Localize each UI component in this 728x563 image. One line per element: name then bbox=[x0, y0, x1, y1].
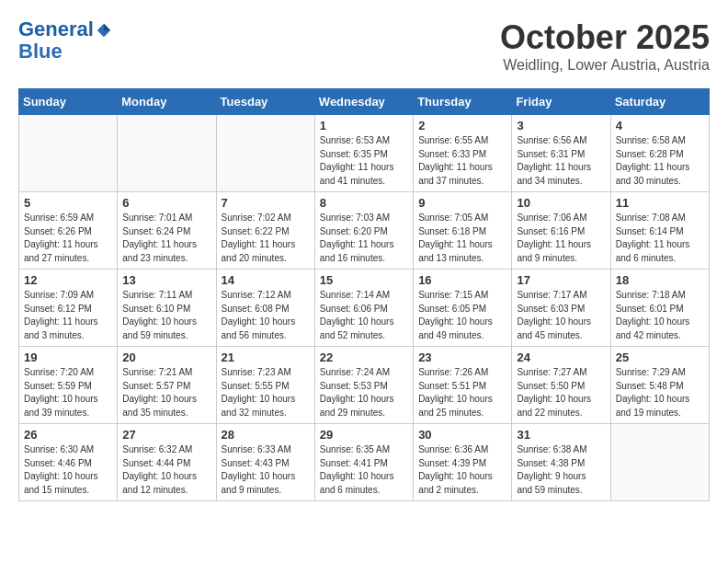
weekday-header-wednesday: Wednesday bbox=[314, 89, 413, 115]
day-info: Sunrise: 6:53 AM Sunset: 6:35 PM Dayligh… bbox=[320, 134, 408, 188]
calendar-cell: 24Sunrise: 7:27 AM Sunset: 5:50 PM Dayli… bbox=[512, 347, 610, 424]
day-number: 12 bbox=[24, 273, 112, 287]
calendar-week-4: 19Sunrise: 7:20 AM Sunset: 5:59 PM Dayli… bbox=[19, 347, 710, 424]
calendar-cell bbox=[118, 115, 216, 192]
day-info: Sunrise: 6:36 AM Sunset: 4:39 PM Dayligh… bbox=[418, 443, 506, 497]
day-info: Sunrise: 7:18 AM Sunset: 6:01 PM Dayligh… bbox=[616, 289, 704, 342]
calendar-cell: 27Sunrise: 6:32 AM Sunset: 4:44 PM Dayli… bbox=[118, 424, 216, 501]
day-number: 1 bbox=[320, 119, 408, 132]
day-info: Sunrise: 7:23 AM Sunset: 5:55 PM Dayligh… bbox=[222, 366, 310, 419]
logo-text-blue: Blue bbox=[18, 40, 112, 63]
day-info: Sunrise: 7:17 AM Sunset: 6:03 PM Dayligh… bbox=[517, 289, 605, 342]
calendar-cell: 11Sunrise: 7:08 AM Sunset: 6:14 PM Dayli… bbox=[610, 192, 709, 270]
calendar-cell: 17Sunrise: 7:17 AM Sunset: 6:03 PM Dayli… bbox=[512, 270, 610, 347]
weekday-header-thursday: Thursday bbox=[414, 89, 512, 115]
day-info: Sunrise: 7:24 AM Sunset: 5:53 PM Dayligh… bbox=[320, 366, 408, 419]
day-number: 25 bbox=[616, 350, 704, 364]
day-info: Sunrise: 7:08 AM Sunset: 6:14 PM Dayligh… bbox=[616, 212, 704, 265]
day-number: 15 bbox=[320, 273, 408, 287]
day-info: Sunrise: 7:01 AM Sunset: 6:24 PM Dayligh… bbox=[122, 212, 210, 265]
day-info: Sunrise: 7:21 AM Sunset: 5:57 PM Dayligh… bbox=[122, 366, 210, 419]
calendar-cell: 13Sunrise: 7:11 AM Sunset: 6:10 PM Dayli… bbox=[118, 270, 216, 347]
logo-icon bbox=[96, 22, 112, 39]
day-number: 3 bbox=[517, 119, 605, 132]
calendar-table: SundayMondayTuesdayWednesdayThursdayFrid… bbox=[18, 88, 710, 501]
weekday-header-tuesday: Tuesday bbox=[216, 89, 314, 115]
day-number: 14 bbox=[222, 273, 310, 287]
day-info: Sunrise: 7:29 AM Sunset: 5:48 PM Dayligh… bbox=[616, 366, 704, 419]
day-number: 9 bbox=[418, 196, 506, 210]
day-number: 18 bbox=[616, 273, 704, 287]
calendar-cell: 31Sunrise: 6:38 AM Sunset: 4:38 PM Dayli… bbox=[512, 424, 610, 501]
day-number: 24 bbox=[517, 350, 605, 364]
day-info: Sunrise: 6:58 AM Sunset: 6:28 PM Dayligh… bbox=[616, 134, 704, 188]
calendar-cell: 20Sunrise: 7:21 AM Sunset: 5:57 PM Dayli… bbox=[118, 347, 216, 424]
calendar-cell: 15Sunrise: 7:14 AM Sunset: 6:06 PM Dayli… bbox=[314, 270, 413, 347]
calendar-cell: 2Sunrise: 6:55 AM Sunset: 6:33 PM Daylig… bbox=[414, 115, 512, 192]
day-info: Sunrise: 6:33 AM Sunset: 4:43 PM Dayligh… bbox=[222, 443, 310, 497]
calendar-cell: 9Sunrise: 7:05 AM Sunset: 6:18 PM Daylig… bbox=[414, 192, 512, 270]
day-number: 6 bbox=[122, 196, 210, 210]
day-number: 2 bbox=[418, 119, 506, 132]
calendar-week-5: 26Sunrise: 6:30 AM Sunset: 4:46 PM Dayli… bbox=[19, 424, 710, 501]
calendar-cell: 8Sunrise: 7:03 AM Sunset: 6:20 PM Daylig… bbox=[314, 192, 413, 270]
day-number: 28 bbox=[222, 428, 310, 442]
calendar-week-1: 1Sunrise: 6:53 AM Sunset: 6:35 PM Daylig… bbox=[19, 115, 710, 192]
day-info: Sunrise: 6:32 AM Sunset: 4:44 PM Dayligh… bbox=[122, 443, 210, 497]
calendar-cell: 10Sunrise: 7:06 AM Sunset: 6:16 PM Dayli… bbox=[512, 192, 610, 270]
day-number: 20 bbox=[122, 350, 210, 364]
calendar-cell: 6Sunrise: 7:01 AM Sunset: 6:24 PM Daylig… bbox=[118, 192, 216, 270]
day-info: Sunrise: 6:59 AM Sunset: 6:26 PM Dayligh… bbox=[24, 212, 112, 265]
weekday-header-saturday: Saturday bbox=[610, 89, 709, 115]
logo: General Blue bbox=[18, 18, 112, 63]
day-info: Sunrise: 7:02 AM Sunset: 6:22 PM Dayligh… bbox=[222, 212, 310, 265]
day-number: 27 bbox=[122, 428, 210, 442]
day-number: 4 bbox=[616, 119, 704, 132]
calendar-week-2: 5Sunrise: 6:59 AM Sunset: 6:26 PM Daylig… bbox=[19, 192, 710, 270]
calendar-cell: 26Sunrise: 6:30 AM Sunset: 4:46 PM Dayli… bbox=[19, 424, 118, 501]
day-info: Sunrise: 7:06 AM Sunset: 6:16 PM Dayligh… bbox=[517, 212, 605, 265]
weekday-header-monday: Monday bbox=[118, 89, 216, 115]
calendar-cell: 18Sunrise: 7:18 AM Sunset: 6:01 PM Dayli… bbox=[610, 270, 709, 347]
calendar-cell: 16Sunrise: 7:15 AM Sunset: 6:05 PM Dayli… bbox=[414, 270, 512, 347]
calendar-cell bbox=[610, 424, 709, 501]
day-number: 29 bbox=[320, 428, 408, 442]
month-title: October 2025 bbox=[500, 18, 710, 57]
day-number: 17 bbox=[517, 273, 605, 287]
day-info: Sunrise: 7:12 AM Sunset: 6:08 PM Dayligh… bbox=[222, 289, 310, 342]
day-info: Sunrise: 6:38 AM Sunset: 4:38 PM Dayligh… bbox=[517, 443, 605, 497]
calendar-cell: 7Sunrise: 7:02 AM Sunset: 6:22 PM Daylig… bbox=[216, 192, 314, 270]
day-info: Sunrise: 7:05 AM Sunset: 6:18 PM Dayligh… bbox=[418, 212, 506, 265]
logo-text: General bbox=[18, 18, 94, 40]
weekday-header-row: SundayMondayTuesdayWednesdayThursdayFrid… bbox=[19, 89, 710, 115]
day-info: Sunrise: 7:11 AM Sunset: 6:10 PM Dayligh… bbox=[122, 289, 210, 342]
day-number: 21 bbox=[222, 350, 310, 364]
day-number: 26 bbox=[24, 428, 112, 442]
day-number: 11 bbox=[616, 196, 704, 210]
calendar-cell: 22Sunrise: 7:24 AM Sunset: 5:53 PM Dayli… bbox=[314, 347, 413, 424]
calendar-cell: 19Sunrise: 7:20 AM Sunset: 5:59 PM Dayli… bbox=[19, 347, 118, 424]
day-number: 31 bbox=[517, 428, 605, 442]
day-info: Sunrise: 7:20 AM Sunset: 5:59 PM Dayligh… bbox=[24, 366, 112, 419]
location: Weidling, Lower Austria, Austria bbox=[500, 57, 710, 74]
calendar-cell: 23Sunrise: 7:26 AM Sunset: 5:51 PM Dayli… bbox=[414, 347, 512, 424]
day-info: Sunrise: 6:55 AM Sunset: 6:33 PM Dayligh… bbox=[418, 134, 506, 188]
day-number: 10 bbox=[517, 196, 605, 210]
calendar-cell: 21Sunrise: 7:23 AM Sunset: 5:55 PM Dayli… bbox=[216, 347, 314, 424]
day-number: 7 bbox=[222, 196, 310, 210]
calendar-cell bbox=[216, 115, 314, 192]
calendar-cell bbox=[19, 115, 118, 192]
day-number: 19 bbox=[24, 350, 112, 364]
calendar-cell: 30Sunrise: 6:36 AM Sunset: 4:39 PM Dayli… bbox=[414, 424, 512, 501]
title-block: October 2025 Weidling, Lower Austria, Au… bbox=[500, 18, 710, 74]
calendar-cell: 12Sunrise: 7:09 AM Sunset: 6:12 PM Dayli… bbox=[19, 270, 118, 347]
calendar-cell: 28Sunrise: 6:33 AM Sunset: 4:43 PM Dayli… bbox=[216, 424, 314, 501]
day-number: 22 bbox=[320, 350, 408, 364]
calendar-cell: 1Sunrise: 6:53 AM Sunset: 6:35 PM Daylig… bbox=[314, 115, 413, 192]
day-number: 8 bbox=[320, 196, 408, 210]
day-info: Sunrise: 6:56 AM Sunset: 6:31 PM Dayligh… bbox=[517, 134, 605, 188]
svg-marker-1 bbox=[104, 24, 110, 30]
day-info: Sunrise: 7:09 AM Sunset: 6:12 PM Dayligh… bbox=[24, 289, 112, 342]
calendar-week-3: 12Sunrise: 7:09 AM Sunset: 6:12 PM Dayli… bbox=[19, 270, 710, 347]
calendar-cell: 25Sunrise: 7:29 AM Sunset: 5:48 PM Dayli… bbox=[610, 347, 709, 424]
